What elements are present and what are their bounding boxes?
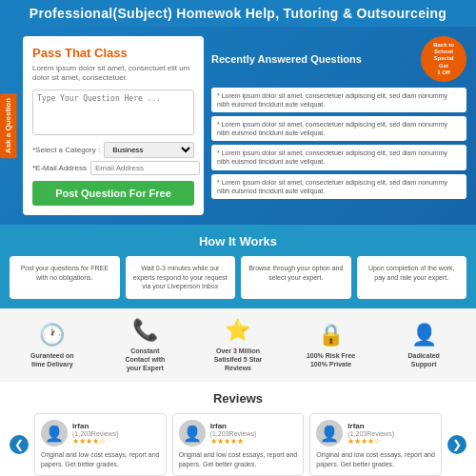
category-select[interactable]: Business Math Science English History Ot… (104, 142, 194, 158)
feature-item-1: 📞 Constant Contact with your Expert (119, 318, 171, 372)
how-step-2: Wait 0-3 minutes while our experts respo… (126, 256, 236, 299)
form-box: Pass That Class Lorem ipsum dolor sit am… (23, 36, 204, 215)
reviewer-stars-1: ★★★★★ (210, 437, 257, 446)
page-title: Professional(Subject) Homewok Help, Tuto… (10, 6, 466, 21)
review-text-0: Original and low cost essays, report and… (41, 450, 160, 469)
reviewer-avatar-1: 👤 (179, 420, 206, 446)
feature-icon-0: 🕐 (39, 323, 65, 347)
qa-box: Recently Answered Questions Back to Scho… (211, 36, 466, 215)
feature-label-4: Dadicated Support (398, 351, 450, 368)
email-label: *E-Mail Address (32, 164, 87, 172)
feature-label-1: Constant Contact with your Expert (119, 347, 171, 372)
qa-title: Recently Answered Questions (211, 53, 362, 65)
feature-label-3: 100% Risk Free 100% Private (305, 351, 357, 368)
review-card-0: 👤 Irfan (1,203Reviews) ★★★★☆ Original an… (34, 413, 167, 476)
reviewer-avatar-2: 👤 (316, 420, 343, 446)
reviewer-info-0: 👤 Irfan (1,203Reviews) ★★★★☆ (41, 420, 160, 446)
feature-icon-4: 👤 (411, 323, 437, 347)
reviewer-stars-0: ★★★★☆ (72, 437, 119, 446)
carousel-left-arrow[interactable]: ❮ (10, 435, 29, 454)
how-step-1: Post your questions for FREE with no obl… (10, 256, 120, 299)
carousel-right-arrow[interactable]: ❯ (447, 435, 466, 454)
qa-item-2: Lorem ipsum dolor sit amet, consectetuer… (211, 116, 466, 141)
email-input[interactable] (90, 161, 200, 175)
qa-item-1: Lorem ipsum dolor sit amet, consectetuer… (211, 88, 466, 112)
feature-item-0: 🕐 Guranteed on time Delivary (26, 323, 78, 368)
page-header: Professional(Subject) Homewok Help, Tuto… (0, 0, 476, 27)
reviews-title: Reviews (10, 391, 466, 406)
badge-line5: 1 Off (437, 69, 450, 76)
how-steps: Post your questions for FREE with no obl… (10, 256, 466, 299)
hero-section: Ask a Question Pass That Class Lorem ips… (0, 27, 476, 225)
form-title: Pass That Class (32, 46, 194, 60)
feature-item-4: 👤 Dadicated Support (398, 323, 450, 368)
feature-icon-3: 🔒 (318, 323, 344, 347)
badge-line1: Back to (433, 42, 454, 49)
qa-items: Lorem ipsum dolor sit amet, consectetuer… (211, 88, 466, 199)
ask-question-bubble[interactable]: Ask a Question (0, 93, 17, 158)
reviewer-name-2: Irfan (347, 422, 394, 430)
reviewer-count-1: (1,203Reviews) (210, 430, 257, 437)
feature-icon-1: 📞 (132, 318, 158, 343)
reviewer-info-1: 👤 Irfan (1,203Reviews) ★★★★★ (179, 420, 298, 446)
review-card-2: 👤 Irfan (1,203Reviews) ★★★★☆ Original an… (309, 413, 442, 476)
features-section: 🕐 Guranteed on time Delivary 📞 Constant … (0, 308, 476, 382)
qa-item-4: Lorem ipsum dolor sit amet, consectetuer… (211, 174, 466, 199)
how-title: How It Works (10, 234, 466, 248)
qa-item-3: Lorem ipsum dolor sit amet, consectetuer… (211, 145, 466, 169)
review-text-2: Original and low cost essays, report and… (316, 450, 435, 469)
qa-header: Recently Answered Questions Back to Scho… (211, 36, 466, 82)
review-cards: 👤 Irfan (1,203Reviews) ★★★★☆ Original an… (34, 413, 442, 476)
reviewer-stars-2: ★★★★☆ (347, 437, 394, 446)
email-row: *E-Mail Address (32, 161, 194, 175)
reviewer-avatar-0: 👤 (41, 420, 68, 446)
badge-line4: Get (439, 63, 448, 69)
review-card-1: 👤 Irfan (1,203Reviews) ★★★★★ Original an… (172, 413, 305, 476)
feature-item-3: 🔒 100% Risk Free 100% Private (305, 323, 357, 368)
reviewer-count-2: (1,203Reviews) (347, 430, 394, 437)
how-step-3: Browse through your option and select yo… (241, 256, 351, 299)
reviews-section: Reviews ❮ 👤 Irfan (1,203Reviews) ★★★★☆ O… (0, 382, 476, 476)
reviewer-count-0: (1,203Reviews) (72, 430, 119, 437)
question-input[interactable] (32, 89, 194, 135)
reviewer-info-2: 👤 Irfan (1,203Reviews) ★★★★☆ (316, 420, 435, 446)
post-question-button[interactable]: Post Question For Free (32, 181, 194, 206)
badge-line2: School (434, 49, 453, 55)
how-step-4: Upon completion of the work, pay and rat… (357, 256, 467, 299)
review-text-1: Original and low cost essays, report and… (179, 450, 298, 469)
category-row: *Select a Category : Business Math Scien… (32, 142, 194, 158)
how-it-works-section: How It Works Post your questions for FRE… (0, 225, 476, 308)
badge-line3: Special (433, 55, 453, 62)
feature-icon-2: ⭐ (225, 318, 250, 343)
promo-badge: Back to School Special Get 1 Off (421, 36, 466, 82)
reviews-carousel: ❮ 👤 Irfan (1,203Reviews) ★★★★☆ Original … (10, 413, 466, 476)
category-label: *Select a Category : (32, 146, 100, 154)
form-description: Lorem ipsum dolor sit amet, consectuet e… (32, 64, 194, 84)
feature-item-2: ⭐ Over 3 Million Satisifed 5 Star Review… (211, 318, 264, 372)
feature-label-2: Over 3 Million Satisifed 5 Star Reviews (211, 347, 264, 372)
feature-label-0: Guranteed on time Delivary (26, 351, 78, 368)
reviewer-name-0: Irfan (72, 422, 119, 430)
reviewer-name-1: Irfan (210, 422, 257, 430)
